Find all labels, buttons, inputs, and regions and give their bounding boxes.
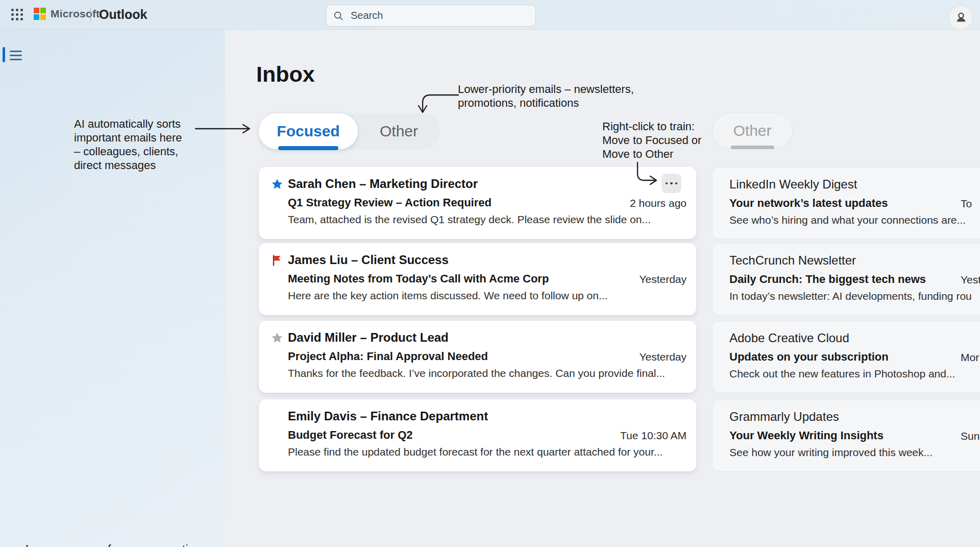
email-sender: Grammarly Updates (729, 409, 839, 424)
email-time: Yesterday (639, 273, 687, 286)
outlook-window: Learns your preferences over time Micros… (0, 0, 980, 547)
email-time: Mor (961, 351, 979, 364)
app-launcher-icon (11, 9, 23, 20)
nav-accent-bar (3, 47, 5, 62)
email-subject: Q1 Strategy Review – Action Required (288, 196, 492, 210)
email-sender: David Miller – Product Lead (288, 330, 449, 345)
tab-other[interactable]: Other (358, 113, 440, 149)
email-time: Yesterday (639, 351, 687, 363)
email-preview: Thanks for the feedback. I’ve incorporat… (288, 367, 665, 380)
learning-note: Learns your preferences over time (26, 543, 204, 547)
email-subject: Your network’s latest updates (729, 196, 888, 210)
email-card[interactable]: Grammarly Updates Your Weekly Writing In… (712, 399, 980, 471)
microsoft-squares-icon (34, 8, 46, 20)
app-launcher-button[interactable] (7, 5, 27, 24)
other-column-tab[interactable]: Other (712, 113, 793, 149)
inbox-tab-group: Focused Other (259, 113, 440, 149)
email-subject: Budget Forecast for Q2 (288, 428, 412, 442)
annotation-focused-note: AI automatically sorts important emails … (74, 117, 182, 172)
search-icon (333, 10, 344, 21)
email-sender: LinkedIn Weekly Digest (729, 177, 857, 192)
star-icon (271, 332, 283, 344)
email-subject: Project Alpha: Final Approval Needed (288, 349, 488, 364)
left-sidebar: Learns your preferences over time (0, 29, 225, 547)
email-subject: Meeting Notes from Today’s Call with Acm… (288, 272, 549, 286)
arrow-to-other (423, 95, 458, 111)
tab-other-label: Other (380, 123, 418, 140)
email-sender: TechCrunch Newsletter (729, 253, 856, 268)
other-column-underline (731, 146, 774, 149)
email-time: Sun (961, 430, 979, 442)
email-card[interactable]: Emily Davis – Finance Department Budget … (259, 399, 696, 471)
tab-focused[interactable]: Focused (259, 113, 358, 149)
microsoft-logo[interactable]: Microsoft (34, 8, 100, 20)
search-box[interactable] (326, 5, 536, 27)
email-time: To (961, 198, 972, 210)
email-sender: Sarah Chen – Marketing Director (288, 176, 478, 192)
email-preview: See how your writing improved this week.… (729, 446, 933, 459)
email-preview: See who’s hiring and what your connectio… (729, 213, 966, 227)
email-subject: Your Weekly Writing Insights (729, 429, 884, 443)
person-icon (954, 11, 968, 25)
email-sender: Emily Davis – Finance Department (288, 409, 488, 424)
page-title: Inbox (256, 62, 315, 86)
more-options-button[interactable] (662, 174, 681, 193)
hamburger-menu-button[interactable] (10, 49, 25, 62)
tab-focused-label: Focused (277, 123, 339, 140)
email-card[interactable]: TechCrunch Newsletter Daily Crunch: The … (712, 243, 980, 315)
email-card[interactable]: David Miller – Product Lead Project Alph… (259, 321, 696, 393)
email-time: Tue 10:30 AM (620, 430, 687, 442)
email-subject: Daily Crunch: The biggest tech news (729, 272, 926, 287)
other-column-tab-label: Other (733, 122, 771, 139)
email-card[interactable]: LinkedIn Weekly Digest Your network’s la… (712, 167, 980, 239)
focused-active-underline (278, 146, 338, 150)
email-time: Yest (961, 274, 980, 286)
microsoft-wordmark: Microsoft (51, 8, 100, 20)
email-preview: Here are the key action items discussed.… (288, 289, 607, 302)
email-card[interactable]: Sarah Chen – Marketing Director Q1 Strat… (259, 167, 696, 239)
topbar-divider (90, 7, 91, 22)
email-preview: Check out the new features in Photoshop … (729, 367, 955, 380)
email-subject: Updates on your subscription (729, 350, 889, 364)
email-preview: In today’s newsletter: AI developments, … (729, 290, 972, 303)
annotation-other-note: Lower-priority emails – newsletters, pro… (458, 82, 634, 110)
app-name-label: Outlook (99, 7, 147, 22)
email-card[interactable]: Adobe Creative Cloud Updates on your sub… (712, 321, 980, 393)
email-preview: Team, attached is the revised Q1 strateg… (288, 213, 651, 226)
email-sender: Adobe Creative Cloud (729, 330, 849, 346)
email-preview: Please find the updated budget forecast … (288, 445, 663, 459)
top-bar: Microsoft Outlook (0, 0, 980, 30)
email-time: 2 hours ago (630, 197, 687, 209)
flag-icon (271, 254, 283, 267)
email-card[interactable]: James Liu – Client Success Meeting Notes… (259, 243, 696, 315)
account-button[interactable] (949, 6, 973, 30)
email-sender: James Liu – Client Success (288, 252, 449, 268)
annotation-train-note: Right-click to train: Move to Focused or… (602, 120, 701, 161)
star-icon (271, 178, 283, 191)
search-input[interactable] (350, 9, 528, 22)
